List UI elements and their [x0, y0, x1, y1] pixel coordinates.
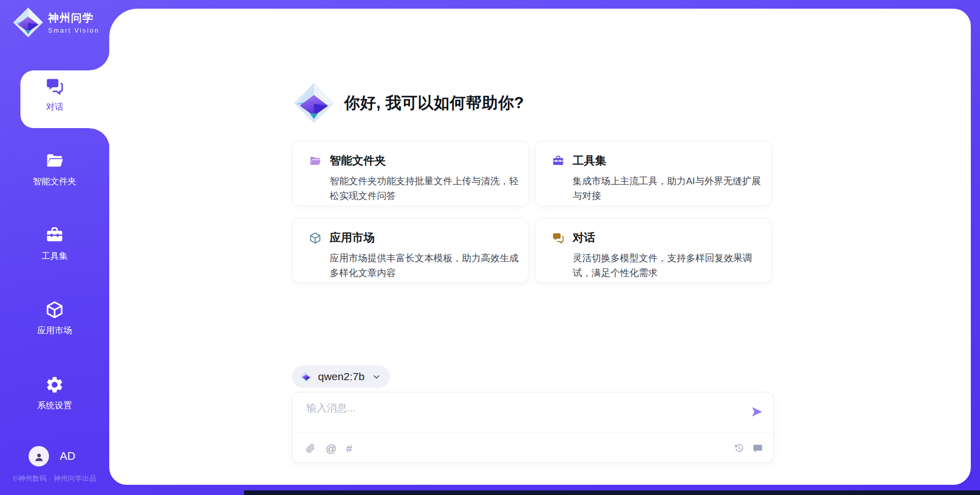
card-description: 集成市场上主流工具，助力AI与外界无缝扩展与对接: [573, 174, 763, 203]
composer-toolbar: @ #: [305, 433, 763, 463]
sidebar-item-app-market[interactable]: 应用市场: [0, 300, 109, 336]
sidebar-item-label: 智能文件夹: [0, 176, 109, 187]
user-profile[interactable]: AD: [29, 446, 76, 466]
mention-icon[interactable]: @: [326, 443, 336, 454]
sidebar-item-settings[interactable]: 系统设置: [0, 375, 109, 411]
feature-card-toolset[interactable]: 工具集 集成市场上主流工具，助力AI与外界无缝扩展与对接: [535, 141, 772, 206]
avatar: [29, 446, 49, 466]
card-description: 灵活切换多模型文件，支持多样回复效果调试，满足个性化需求: [573, 251, 763, 280]
sidebar-item-label: 系统设置: [0, 400, 109, 411]
card-title: 对话: [573, 230, 595, 245]
card-title: 工具集: [573, 153, 606, 168]
chat-bubbles-icon: [552, 232, 565, 244]
toolbox-icon: [45, 226, 64, 245]
chat-bubble-icon[interactable]: [752, 443, 763, 454]
cube-icon: [309, 232, 322, 244]
model-logo-icon: [300, 370, 312, 383]
sidebar-item-smart-folder[interactable]: 智能文件夹: [0, 151, 109, 187]
greeting-text: 你好, 我可以如何帮助你?: [344, 92, 524, 114]
brand-name: 神州问学: [48, 11, 100, 25]
send-button[interactable]: [750, 405, 764, 418]
sidebar-item-toolset[interactable]: 工具集: [0, 226, 109, 262]
sidebar-item-label: 工具集: [0, 250, 109, 262]
brand-subtitle: Smart Vision: [48, 27, 100, 34]
chat-bubbles-icon: [45, 77, 64, 96]
toolbox-icon: [552, 155, 565, 167]
brand-logo-icon: [12, 7, 44, 38]
brand: 神州问学 Smart Vision: [12, 7, 100, 38]
person-icon: [33, 451, 45, 463]
model-name: qwen2:7b: [318, 370, 364, 383]
card-head: 智能文件夹: [309, 153, 520, 168]
attachment-icon[interactable]: [305, 443, 316, 454]
message-composer: @ #: [292, 392, 774, 463]
greeting: 你好, 我可以如何帮助你?: [292, 82, 524, 125]
feature-cards: 智能文件夹 智能文件夹功能支持批量文件上传与清洗，轻松实现文件问答 工具集 集成…: [292, 141, 772, 283]
brand-text: 神州问学 Smart Vision: [48, 11, 100, 34]
history-icon[interactable]: [734, 443, 745, 454]
composer-toolbar-right: [734, 443, 763, 454]
assistant-logo-icon: [292, 82, 335, 125]
card-head: 对话: [552, 230, 763, 245]
message-input[interactable]: [305, 400, 726, 431]
send-icon: [750, 405, 764, 418]
user-name: AD: [60, 450, 76, 463]
feature-card-app-market[interactable]: 应用市场 应用市场提供丰富长文本模板，助力高效生成多样化文章内容: [292, 218, 529, 283]
feature-card-chat[interactable]: 对话 灵活切换多模型文件，支持多样回复效果调试，满足个性化需求: [535, 218, 772, 283]
gear-icon: [45, 375, 64, 394]
card-head: 应用市场: [309, 230, 520, 245]
cube-icon: [45, 300, 64, 319]
folder-icon: [309, 155, 322, 167]
sidebar-item-chat[interactable]: 对话: [0, 77, 109, 113]
app-root: { "brand": { "name": "神州问学", "subtitle":…: [0, 0, 980, 495]
folder-icon: [45, 151, 64, 170]
chevron-down-icon: [372, 373, 381, 381]
sidebar-footer: ©神州数码 · 神州问学出品: [0, 474, 109, 483]
bottom-edge-strip: [244, 490, 980, 495]
card-description: 智能文件夹功能支持批量文件上传与清洗，轻松实现文件问答: [330, 174, 520, 203]
card-head: 工具集: [552, 153, 763, 168]
sidebar-item-label: 对话: [0, 101, 109, 113]
card-title: 应用市场: [330, 230, 375, 245]
model-selector[interactable]: qwen2:7b: [292, 365, 390, 388]
feature-card-smart-folder[interactable]: 智能文件夹 智能文件夹功能支持批量文件上传与清洗，轻松实现文件问答: [292, 141, 529, 206]
card-title: 智能文件夹: [330, 153, 386, 168]
active-nav-curve-top: [89, 50, 110, 70]
sidebar-item-label: 应用市场: [0, 325, 109, 336]
active-nav-curve-bottom: [89, 128, 110, 148]
card-description: 应用市场提供丰富长文本模板，助力高效生成多样化文章内容: [330, 251, 520, 280]
hash-icon[interactable]: #: [346, 443, 352, 454]
